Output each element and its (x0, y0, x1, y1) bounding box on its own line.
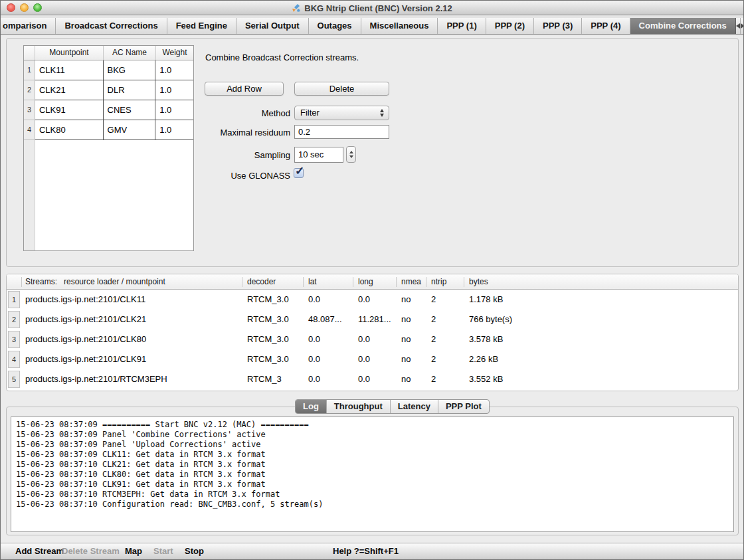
cell-ntrip: 2 (431, 329, 436, 349)
cell-decoder: RTCM_3.0 (247, 349, 289, 369)
tab-ppp-3[interactable]: PPP (3) (534, 18, 582, 34)
cell-nmea: no (401, 349, 411, 369)
maximal-residuum-input[interactable]: 0.2 (294, 125, 389, 139)
header-decoder: decoder (247, 274, 276, 289)
stream-row[interactable]: 5 products.igs-ip.net:2101/RTCM3EPH RTCM… (7, 369, 738, 389)
dropdown-arrows-icon (380, 109, 384, 117)
cell-weight[interactable]: 1.0 (155, 80, 193, 100)
stream-row[interactable]: 1 products.igs-ip.net:2101/CLK11 RTCM_3.… (7, 290, 738, 310)
header-lat: lat (308, 274, 317, 289)
method-label: Method (187, 108, 290, 118)
cell-bytes: 766 byte(s) (469, 310, 512, 329)
cell-mountpoint[interactable]: CLK80 (35, 120, 104, 140)
help-shortcut-label: Help ?=Shift+F1 (333, 543, 399, 559)
map-button[interactable]: Map (125, 543, 142, 559)
checkmark-icon: ✓ (295, 164, 304, 178)
cell-decoder: RTCM_3.0 (247, 310, 289, 329)
combination-table[interactable]: Mountpoint AC Name Weight 1 CLK11 BKG 1.… (23, 45, 194, 251)
tab-log[interactable]: Log (296, 400, 326, 413)
cell-lat: 0.0 (308, 329, 320, 349)
tab-combine-corrections[interactable]: Combine Corrections (630, 18, 736, 34)
panel-description: Combine Broadcast Correction streams. (205, 52, 359, 62)
bottom-action-bar: Add Stream Delete Stream Map Start Stop … (1, 543, 743, 559)
tab-latency[interactable]: Latency (390, 400, 438, 413)
cell-stream-mountpoint: products.igs-ip.net:2101/CLK11 (25, 290, 145, 310)
cell-ntrip: 2 (431, 290, 436, 310)
row-number: 2 (8, 311, 20, 328)
stepper-up-icon[interactable] (349, 151, 353, 153)
delete-row-button[interactable]: Delete (294, 82, 389, 96)
cell-long: 11.281... (358, 310, 391, 329)
header-nmea: nmea (401, 274, 421, 289)
cell-ac-name[interactable]: GMV (104, 120, 156, 140)
tab-ppp-2[interactable]: PPP (2) (486, 18, 534, 34)
tab-comparison[interactable]: omparison (1, 18, 56, 34)
column-separator (426, 277, 426, 287)
tab-outages[interactable]: Outages (309, 18, 361, 34)
sampling-input[interactable]: 10 sec (294, 147, 343, 163)
cell-ntrip: 2 (431, 310, 436, 329)
tab-scroll-right-button[interactable] (741, 18, 744, 34)
cell-bytes: 2.26 kB (469, 349, 498, 369)
tab-serial-output[interactable]: Serial Output (236, 18, 309, 34)
row-number: 3 (24, 100, 35, 120)
tab-throughput[interactable]: Throughput (326, 400, 390, 413)
row-number: 2 (24, 80, 35, 100)
corner-header-cell (24, 46, 35, 60)
chevron-left-icon (736, 23, 740, 29)
cell-ac-name[interactable]: BKG (104, 60, 156, 80)
add-stream-button[interactable]: Add Stream (15, 543, 64, 559)
log-line: 15-06-23 08:37:10 CLK91: Get data in RTC… (16, 480, 729, 490)
cell-decoder: RTCM_3 (247, 369, 282, 389)
cell-ac-name[interactable]: CNES (104, 100, 156, 120)
table-row: 1 CLK11 BKG 1.0 (24, 60, 193, 80)
log-line: 15-06-23 08:37:09 ========== Start BNC v… (16, 420, 729, 430)
log-line: 15-06-23 08:37:10 CLK80: Get data in RTC… (16, 470, 729, 480)
sampling-stepper[interactable] (346, 146, 356, 163)
column-separator (21, 277, 22, 287)
cell-lat: 0.0 (308, 369, 320, 389)
header-bytes: bytes (469, 274, 488, 289)
tab-broadcast-corrections[interactable]: Broadcast Corrections (56, 18, 167, 34)
column-separator (303, 277, 304, 287)
bnc-window: BKG Ntrip Client (BNC) Version 2.12 ompa… (0, 0, 744, 560)
tab-ppp-plot[interactable]: PPP Plot (438, 400, 489, 413)
streams-table-header: Streams: resource loader / mountpoint de… (7, 274, 738, 290)
column-separator (396, 277, 397, 287)
tab-miscellaneous[interactable]: Miscellaneous (361, 18, 438, 34)
cell-decoder: RTCM_3.0 (247, 290, 289, 310)
row-number: 3 (8, 331, 20, 348)
add-row-button[interactable]: Add Row (205, 82, 284, 96)
log-line: 15-06-23 08:37:10 CLK21: Get data in RTC… (16, 460, 729, 470)
stop-button[interactable]: Stop (185, 543, 204, 559)
tab-feed-engine[interactable]: Feed Engine (167, 18, 236, 34)
cell-bytes: 3.578 kB (469, 329, 503, 349)
combine-corrections-panel: Mountpoint AC Name Weight 1 CLK11 BKG 1.… (6, 38, 739, 267)
cell-mountpoint[interactable]: CLK21 (35, 80, 104, 100)
cell-ntrip: 2 (431, 369, 436, 389)
tab-ppp-4[interactable]: PPP (4) (582, 18, 630, 34)
cell-stream-mountpoint: products.igs-ip.net:2101/RTCM3EPH (25, 369, 167, 389)
stream-row[interactable]: 3 products.igs-ip.net:2101/CLK80 RTCM_3.… (7, 329, 738, 349)
cell-mountpoint[interactable]: CLK91 (35, 100, 104, 120)
use-glonass-label: Use GLONASS (187, 171, 290, 181)
cell-ac-name[interactable]: DLR (104, 80, 156, 100)
use-glonass-checkbox[interactable]: ✓ (294, 168, 304, 178)
row-number: 1 (8, 291, 20, 308)
stream-row[interactable]: 2 products.igs-ip.net:2101/CLK21 RTCM_3.… (7, 310, 738, 329)
table-row: 2 CLK21 DLR 1.0 (24, 80, 193, 100)
cell-nmea: no (401, 369, 411, 389)
column-separator (353, 277, 353, 287)
cell-lat: 0.0 (308, 290, 320, 310)
method-dropdown[interactable]: Filter (294, 106, 389, 120)
title-bar[interactable]: BKG Ntrip Client (BNC) Version 2.12 (1, 1, 743, 15)
cell-mountpoint[interactable]: CLK11 (35, 60, 104, 80)
tab-scroll-left-button[interactable] (736, 18, 741, 34)
row-number: 1 (24, 60, 35, 80)
row-number: 5 (8, 371, 20, 388)
tab-ppp-1[interactable]: PPP (1) (438, 18, 486, 34)
stepper-down-icon[interactable] (349, 155, 353, 158)
cell-stream-mountpoint: products.igs-ip.net:2101/CLK91 (25, 349, 146, 369)
cell-weight[interactable]: 1.0 (155, 60, 193, 80)
stream-row[interactable]: 4 products.igs-ip.net:2101/CLK91 RTCM_3.… (7, 349, 738, 369)
